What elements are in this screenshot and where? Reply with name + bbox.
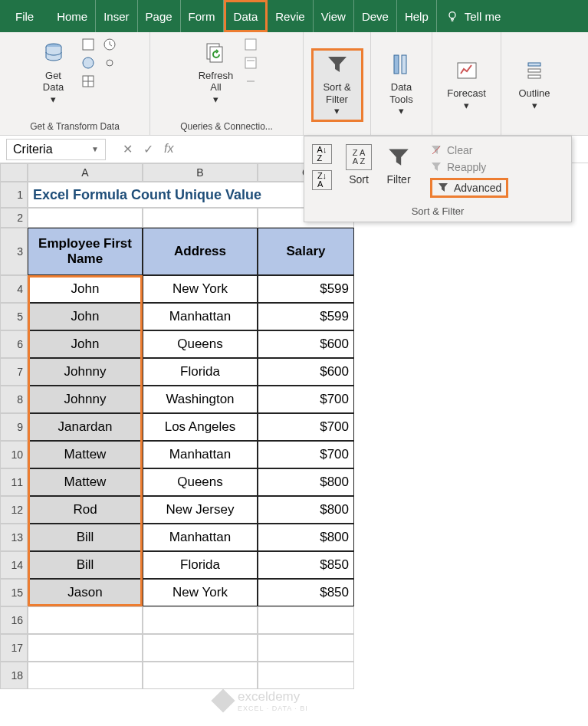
sort-button[interactable]: Z AA Z Sort [346,144,372,186]
from-web-button[interactable] [80,54,97,71]
cell-salary[interactable]: $700 [258,441,354,468]
cell-salary[interactable]: $600 [258,330,354,358]
properties-button[interactable] [242,54,259,71]
get-data-button[interactable]: Get Data▾ [32,36,75,110]
outline-button[interactable]: Outline▾ [513,48,556,122]
cell-salary[interactable]: $800 [258,524,354,551]
cell-employee[interactable]: Rod [28,496,143,524]
cell-employee[interactable]: Bill [28,524,143,551]
filter-button[interactable]: Filter [386,144,412,186]
tab-review[interactable]: Revie [268,0,313,32]
cell[interactable] [143,208,258,228]
tell-me[interactable]: Tell me [437,10,501,23]
header-salary[interactable]: Salary [258,228,354,275]
header-employee[interactable]: Employee First Name [28,228,143,275]
tab-page[interactable]: Page [138,0,181,32]
cell-salary[interactable]: $599 [258,303,354,330]
cell-address[interactable]: Florida [143,358,258,386]
tab-view[interactable]: View [314,0,354,32]
from-text-button[interactable] [80,36,97,53]
cell-salary[interactable]: $600 [258,358,354,386]
name-box[interactable]: Criteria ▼ [6,139,106,160]
row-header[interactable]: 10 [0,441,28,468]
cell-salary[interactable]: $800 [258,468,354,496]
recent-sources-button[interactable] [101,36,118,53]
cell[interactable] [28,662,143,689]
tab-help[interactable]: Help [397,0,437,32]
col-header-a[interactable]: A [28,163,143,182]
row-header[interactable]: 1 [0,182,28,208]
cell-address[interactable]: Los Angeles [143,413,258,441]
cell-salary[interactable]: $850 [258,551,354,579]
cell[interactable] [258,662,354,689]
header-address[interactable]: Address [143,228,258,275]
tab-data[interactable]: Data [224,0,268,32]
cell[interactable] [28,634,143,662]
cell-address[interactable]: Washington [143,386,258,413]
cell-salary[interactable]: $800 [258,496,354,524]
row-header[interactable]: 13 [0,524,28,551]
row-header[interactable]: 2 [0,208,28,228]
cell-salary[interactable]: $599 [258,275,354,303]
cell-address[interactable]: Florida [143,551,258,579]
cell-employee[interactable]: John [28,303,143,330]
tab-home[interactable]: Home [49,0,96,32]
row-header[interactable]: 18 [0,662,28,689]
cell[interactable] [143,634,258,662]
cell-employee[interactable]: Janardan [28,413,143,441]
cell-salary[interactable]: $700 [258,413,354,441]
data-tools-button[interactable]: Data Tools▾ [380,48,423,122]
cell-address[interactable]: New York [143,579,258,606]
cancel-icon[interactable]: ✕ [123,142,133,156]
tab-file[interactable]: File [0,0,49,32]
cell[interactable] [143,662,258,689]
col-header-b[interactable]: B [143,163,258,182]
cell-salary[interactable]: $850 [258,579,354,606]
cell-address[interactable]: Manhattan [143,303,258,330]
cell[interactable] [258,634,354,662]
cell-address[interactable]: New York [143,275,258,303]
cell-employee[interactable]: John [28,275,143,303]
row-header[interactable]: 14 [0,551,28,579]
row-header[interactable]: 11 [0,468,28,496]
cell-address[interactable]: Queens [143,468,258,496]
cell-address[interactable]: Manhattan [143,441,258,468]
sort-filter-button[interactable]: Sort & Filter▾ [311,48,363,122]
cell-employee[interactable]: Johnny [28,358,143,386]
cell-address[interactable]: New Jersey [143,496,258,524]
clear-button[interactable]: Clear [430,144,508,156]
reapply-button[interactable]: Reapply [430,161,508,173]
cell[interactable] [28,208,143,228]
cell[interactable] [143,606,258,634]
sort-asc-button[interactable]: A↓Z [312,144,332,164]
cell-salary[interactable]: $700 [258,386,354,413]
row-header[interactable]: 9 [0,413,28,441]
tab-formulas[interactable]: Form [181,0,224,32]
cell-address[interactable]: Manhattan [143,524,258,551]
advanced-button[interactable]: Advanced [430,178,508,198]
cell-employee[interactable]: Mattew [28,468,143,496]
fx-icon[interactable]: fx [164,142,173,156]
tab-insert[interactable]: Inser [96,0,137,32]
cell-address[interactable]: Queens [143,330,258,358]
cell-employee[interactable]: John [28,330,143,358]
enter-icon[interactable]: ✓ [143,142,153,156]
row-header[interactable]: 17 [0,634,28,662]
row-header[interactable]: 16 [0,606,28,634]
row-header[interactable]: 4 [0,275,28,303]
from-table-button[interactable] [80,73,97,90]
cell-employee[interactable]: Johnny [28,386,143,413]
cell[interactable] [258,606,354,634]
row-header[interactable]: 6 [0,330,28,358]
edit-links-button[interactable] [242,73,259,90]
row-header[interactable]: 15 [0,579,28,606]
row-header[interactable]: 12 [0,496,28,524]
cell-employee[interactable]: Jason [28,579,143,606]
row-header[interactable]: 7 [0,358,28,386]
tab-developer[interactable]: Deve [354,0,397,32]
forecast-button[interactable]: Forecast▾ [445,48,488,122]
row-header[interactable]: 3 [0,228,28,275]
select-all[interactable] [0,163,28,182]
refresh-all-button[interactable]: Refresh All▾ [195,36,238,110]
row-header[interactable]: 5 [0,303,28,330]
